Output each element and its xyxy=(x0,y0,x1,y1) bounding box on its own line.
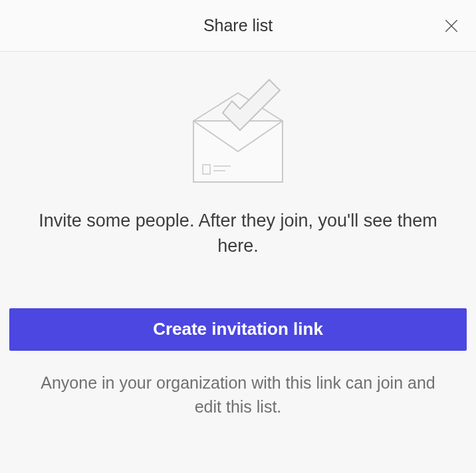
envelope-check-icon xyxy=(175,73,301,193)
modal-header: Share list xyxy=(0,0,476,52)
empty-state-message: Invite some people. After they join, you… xyxy=(32,209,444,259)
create-invitation-link-button[interactable]: Create invitation link xyxy=(9,308,467,351)
link-permission-helper-text: Anyone in your organization with this li… xyxy=(25,371,451,419)
share-list-modal: Share list In xyxy=(0,0,476,473)
close-icon xyxy=(443,17,460,35)
modal-body: Invite some people. After they join, you… xyxy=(0,52,476,473)
close-button[interactable] xyxy=(439,13,464,39)
modal-title: Share list xyxy=(203,16,273,35)
empty-state-illustration xyxy=(175,73,301,193)
